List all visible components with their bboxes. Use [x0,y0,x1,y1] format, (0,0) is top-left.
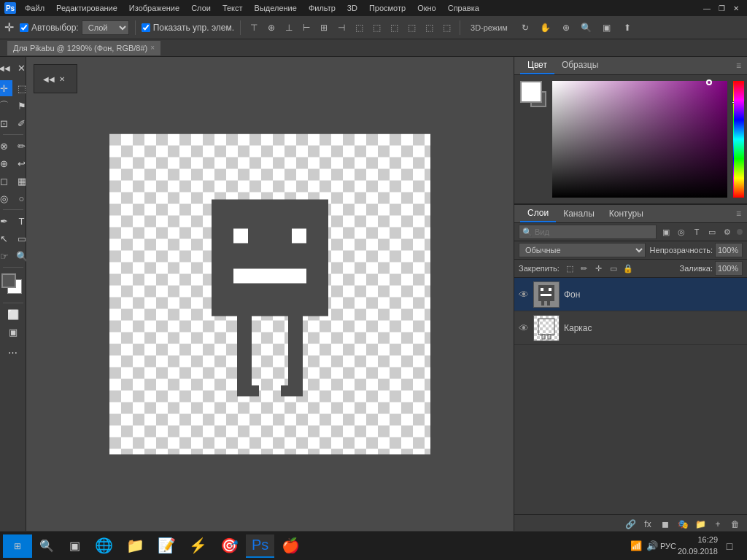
align-hcenter-icon[interactable]: ⊞ [317,20,331,35]
tab-channels[interactable]: Каналы [556,206,602,222]
notification-button[interactable]: □ [721,534,738,558]
layer-fon-visibility[interactable]: 👁 [519,289,529,300]
taskbar-task-view[interactable]: ▣ [61,534,88,558]
pen-tool[interactable]: ✒ [0,213,12,229]
align-top-icon[interactable]: ⊤ [247,20,261,35]
lock-all-btn[interactable]: 🔒 [622,262,634,274]
distribute-vcenter-icon[interactable]: ⬚ [369,20,384,35]
filter-smart-btn[interactable]: ⚙ [721,225,734,238]
new-layer-btn[interactable]: + [711,517,725,532]
autoselect-checkbox[interactable] [20,23,28,32]
fg-swatch[interactable] [520,81,542,103]
lock-pixels-btn[interactable]: ⬚ [564,262,576,274]
align-bottom-icon[interactable]: ⊥ [282,20,296,35]
fill-input[interactable] [715,261,743,276]
view-icon[interactable]: ▣ [600,20,614,35]
canvas-floating-panel[interactable]: ◀◀ ✕ [34,64,77,93]
layer-item-fon[interactable]: 👁 Фон [514,278,747,311]
layer-karkass-visibility[interactable]: 👁 [519,322,529,334]
move-tool[interactable]: ✛ [0,80,12,96]
lock-color-btn[interactable]: ✏ [578,262,590,274]
menu-text[interactable]: Текст [218,2,247,14]
group-layer-btn[interactable]: 📁 [693,517,708,532]
foreground-color-swatch[interactable] [1,273,16,288]
taskbar-app4[interactable]: ⚡ [183,534,213,558]
link-layers-btn[interactable]: 🔗 [623,517,638,532]
lang-indicator[interactable]: РУС [662,540,675,553]
menu-help[interactable]: Справка [444,2,484,14]
adjustment-btn[interactable]: 🎭 [676,517,690,532]
filter-pixel-btn[interactable]: ▣ [659,225,673,238]
tab-layers[interactable]: Слои [520,205,556,222]
close-button[interactable]: ✕ [729,2,743,14]
lasso-tool[interactable]: ⌒ [0,98,12,114]
align-left-icon[interactable]: ⊢ [299,20,314,35]
spot-heal-tool[interactable]: ⊗ [0,138,12,154]
color-panel-menu-icon[interactable]: ≡ [736,61,741,71]
menu-layers[interactable]: Слои [187,2,215,14]
layer-type-select[interactable]: Слой Группа [82,20,129,35]
taskbar-explorer[interactable]: 📁 [120,534,150,558]
menu-view[interactable]: Просмотр [365,2,410,14]
network-icon[interactable]: 📶 [630,540,643,553]
layer-search[interactable]: 🔍 [519,225,657,239]
menu-select[interactable]: Выделение [250,2,301,14]
panel-close-btn[interactable]: ✕ [56,73,68,85]
crop-tool[interactable]: ⊡ [0,115,12,131]
color-gradient-box[interactable] [552,81,727,198]
taskbar-search[interactable]: 🔍 [34,534,60,558]
maximize-button[interactable]: ❐ [715,2,728,14]
menu-filter[interactable]: Фильтр [304,2,340,14]
show-controls-checkbox[interactable] [142,23,150,32]
layer-style-btn[interactable]: fx [640,517,655,532]
menu-image[interactable]: Изображение [125,2,184,14]
panel-collapse-btn[interactable]: ◀◀ [43,73,55,85]
color-picker-area[interactable] [552,81,741,198]
layer-item-karkass[interactable]: 👁 Каркас [514,311,747,345]
taskbar-app3[interactable]: 📝 [152,534,182,558]
tab-samples[interactable]: Образцы [554,57,605,74]
lock-position-btn[interactable]: ✛ [593,262,605,274]
3d-mode-btn[interactable]: 3D-режим [466,20,512,35]
pan-icon[interactable]: ✋ [538,20,553,35]
start-button[interactable]: ⊞ [3,534,32,558]
misc-btn[interactable]: ⋯ [5,344,21,360]
filter-adjust-btn[interactable]: ◎ [675,225,688,238]
rotate-icon[interactable]: ↻ [518,20,533,35]
layer-search-input[interactable] [535,228,653,236]
opacity-input[interactable] [715,243,743,257]
distribute-bottom-icon[interactable]: ⬚ [387,20,401,35]
layer-mask-btn[interactable]: ◼ [658,517,673,532]
tab-paths[interactable]: Контуры [602,206,651,222]
menu-window[interactable]: Окно [413,2,441,14]
hue-strip[interactable] [734,81,744,198]
clone-stamp-tool[interactable]: ⊕ [0,155,12,171]
taskbar-app5[interactable]: 🎯 [214,534,244,558]
eraser-tool[interactable]: ◻ [0,173,12,189]
hand-tool[interactable]: ☞ [0,248,12,264]
taskbar-edge[interactable]: 🌐 [89,534,119,558]
document-tab-close[interactable]: × [150,44,155,52]
volume-icon[interactable]: 🔊 [646,540,659,553]
filter-text-btn[interactable]: T [690,225,703,238]
zoom-canvas-icon[interactable]: ⊕ [559,20,573,35]
lock-artboard-btn[interactable]: ▭ [608,262,619,274]
tab-color[interactable]: Цвет [520,57,554,74]
menu-edit[interactable]: Редактирование [52,2,122,14]
layers-panel-menu-icon[interactable]: ≡ [736,209,741,219]
blur-tool[interactable]: ◎ [0,190,12,206]
taskbar-app7[interactable]: 🍎 [276,534,306,558]
document-tab[interactable]: Для Pikabu @ 1290% (Фон, RGB/8#) × [7,41,160,55]
distribute-left-icon[interactable]: ⬚ [404,20,419,35]
filter-shape-btn[interactable]: ▭ [705,225,719,238]
blend-mode-select[interactable]: Обычные Растворение Умножение [519,243,646,257]
quick-mask-tool[interactable]: ⬜ [5,306,21,322]
collapse-btn[interactable]: ◀◀ [0,60,12,76]
align-right-icon[interactable]: ⊣ [334,20,349,35]
distribute-hcenter-icon[interactable]: ⬚ [422,20,436,35]
path-select-tool[interactable]: ↖ [0,230,12,246]
drawing-canvas[interactable] [109,134,430,455]
delete-layer-btn[interactable]: 🗑 [728,517,743,532]
screen-mode-tool[interactable]: ▣ [5,324,21,340]
clock[interactable]: 16:29 20.09.2018 [678,534,718,557]
